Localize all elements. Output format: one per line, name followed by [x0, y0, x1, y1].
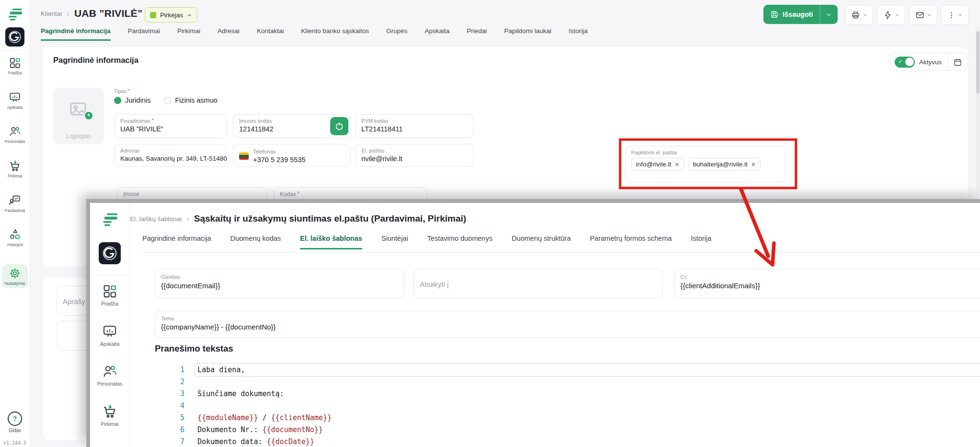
tab-pirkimai[interactable]: Pirkimai: [177, 27, 200, 41]
editor-line: 7 Dokumento data: {{docDate}}: [155, 435, 332, 447]
message-editor[interactable]: 1 Laba diena, 2 3 Siunčiame dokumentą: 4…: [155, 364, 332, 447]
sidebar-item-label: Pirkimai: [90, 421, 129, 427]
additional-emails-field[interactable]: Papildomi el. paštai info@rivile.lt ✕ bu…: [625, 146, 786, 182]
actions-button[interactable]: [877, 5, 905, 25]
code-field-label: Kodas: [280, 191, 421, 198]
tab-pardavimai[interactable]: Pardavimai: [128, 27, 161, 41]
tab-duomenu-kodas[interactable]: Duomenų kodas: [230, 235, 281, 249]
sidebar-item-apskaita[interactable]: Apskaita: [0, 91, 30, 110]
chart-board-icon: [0, 91, 30, 104]
radio-juridinis-label[interactable]: Juridinis: [125, 96, 150, 104]
sidebar-item-label: Pirkimai: [0, 174, 30, 178]
sidebar-item-label: Pradžia: [90, 301, 129, 306]
code-text: Dokumento data:: [197, 437, 267, 446]
sidebar-item-atsargos[interactable]: Atsargos: [0, 228, 30, 247]
tab-papildomi-laukai[interactable]: Papildomi laukai: [504, 27, 551, 41]
lightning-icon: [883, 11, 892, 20]
sidebar-item-pradzia[interactable]: Pradžia: [90, 283, 129, 306]
more-menu-button[interactable]: [941, 5, 969, 25]
phone-field[interactable]: Telefonas +370 5 239 5535: [233, 144, 350, 167]
template-variable: {{docDate}}: [267, 437, 314, 446]
print-button[interactable]: [845, 5, 873, 25]
email-field[interactable]: El. paštas rivile@rivile.lt: [355, 144, 473, 167]
chip-remove-icon[interactable]: ✕: [675, 161, 680, 168]
cc-field[interactable]: Cc {{clientAdditionalEmails}}: [674, 269, 980, 298]
add-logo-plus-icon[interactable]: +: [84, 111, 93, 120]
email-button[interactable]: [909, 5, 937, 25]
sidebar-item-label: Pardavimai: [0, 208, 30, 213]
g-app-logo[interactable]: [99, 242, 121, 264]
sidebar-item-pirkimai[interactable]: Pirkimai: [90, 404, 129, 427]
tab-kontaktai[interactable]: Kontaktai: [257, 27, 284, 41]
save-dropdown-chevron-icon[interactable]: [820, 5, 838, 24]
registry-lookup-button[interactable]: [330, 117, 348, 135]
recipient-label: Gavėjas: [161, 274, 398, 280]
sidebar-item-pirkimai[interactable]: Pirkimai: [0, 160, 30, 178]
subject-field[interactable]: Tema {{companyName}} - {{documentNo}}: [155, 311, 980, 338]
type-label: Tipas: [114, 88, 130, 94]
g-app-logo[interactable]: [5, 27, 24, 47]
kebab-dots-icon: [947, 11, 956, 19]
tab-priedai[interactable]: Priedai: [467, 27, 487, 41]
tab-siuntejai[interactable]: Siuntėjai: [381, 235, 408, 249]
tab-testavimo-duomenys[interactable]: Testavimo duomenys: [427, 235, 492, 249]
active-toggle[interactable]: ✓: [895, 57, 915, 68]
name-field[interactable]: Pavadinimas UAB ”RIVILĖ”: [114, 114, 227, 138]
page-title: UAB ”RIVILĖ”: [74, 8, 142, 19]
sidebar-item-nustatymai[interactable]: Nustatymai: [2, 264, 28, 288]
sidebar-item-label: Nustatymai: [2, 281, 28, 286]
tab-parametru-formos-schema[interactable]: Parametrų formos schema: [590, 235, 672, 249]
validity-date-button[interactable]: [947, 53, 967, 71]
sidebar-divider: [90, 275, 129, 275]
tab-istorija[interactable]: Istorija: [691, 235, 712, 249]
code-text: Dokumento Nr.:: [197, 425, 262, 434]
sidebar-item-personalas[interactable]: Personalas: [0, 125, 30, 144]
radio-fizinis-asmuo-label[interactable]: Fizinis asmuo: [175, 96, 218, 104]
tab-grupes[interactable]: Grupės: [386, 27, 407, 41]
sidebar-item-apskaita[interactable]: Apskaita: [90, 324, 129, 347]
vat-code-field[interactable]: PVM kodas LT214118411: [355, 114, 473, 138]
sidebar-item-pradzia[interactable]: Pradžia: [0, 57, 30, 75]
save-button[interactable]: Išsaugoti: [763, 5, 838, 24]
line-number: 2: [155, 377, 184, 386]
line-number: 1: [155, 365, 184, 374]
code-text: Siunčiame dokumentą:: [197, 389, 284, 398]
email-chip[interactable]: buhalterija@rivile.lt ✕: [688, 158, 761, 171]
logo-placeholder-label: Logotipas: [53, 133, 104, 140]
radio-fizinis-asmuo[interactable]: [164, 97, 171, 104]
tab-pagrindine-informacija[interactable]: Pagrindinė informacija: [142, 235, 211, 249]
tab-duomenu-struktura[interactable]: Duomenų struktūra: [512, 235, 571, 249]
breadcrumb: Klientai › UAB ”RIVILĖ”: [41, 8, 142, 19]
tab-istorija[interactable]: Istorija: [568, 27, 588, 41]
tab-adresai[interactable]: Adresai: [218, 27, 240, 41]
sidebar-item-pardavimai[interactable]: Pardavimai: [0, 194, 30, 213]
breadcrumb-root[interactable]: El. laiškų šablonai: [130, 215, 182, 223]
tab-el-laisko-sablonas[interactable]: El. laiško šablonas: [300, 235, 362, 249]
radio-juridinis[interactable]: [114, 97, 121, 104]
email-chip[interactable]: info@rivile.lt ✕: [631, 158, 684, 171]
phone-value: +370 5 239 5535: [253, 156, 305, 164]
address-label: Adresas: [120, 148, 221, 153]
tab-apskaita[interactable]: Apskaita: [425, 27, 450, 41]
scrollbar[interactable]: [976, 27, 980, 199]
template-variable: {{clientName}}: [271, 413, 332, 422]
rivile-logo-icon[interactable]: [7, 8, 24, 22]
sidebar-item-gidas[interactable]: ? Gidas: [0, 412, 30, 433]
breadcrumb-root[interactable]: Klientai: [41, 10, 62, 17]
tab-kliento-banko-saskaitos[interactable]: Kliento banko sąskaitos: [301, 27, 369, 41]
tab-pagrindine-informacija[interactable]: Pagrindinė informacija: [41, 27, 111, 41]
line-number: 4: [155, 401, 184, 410]
chip-remove-icon[interactable]: ✕: [751, 161, 756, 168]
lithuania-flag-icon[interactable]: [239, 153, 249, 160]
logo-upload[interactable]: + Logotipas: [53, 88, 104, 144]
template-variable: {{documentNo}}: [262, 425, 323, 434]
rivile-logo-icon[interactable]: [101, 212, 119, 228]
sidebar-item-label: Apskaita: [0, 105, 30, 110]
tabs-divider: [138, 252, 980, 253]
address-field[interactable]: Adresas Kaunas, Savanorių pr. 349, LT-51…: [114, 144, 227, 167]
recipient-field[interactable]: Gavėjas {{documentEmail}}: [155, 269, 404, 298]
client-type-badge[interactable]: Pirkėjas: [145, 7, 197, 23]
sidebar-item-personalas[interactable]: Personalas: [90, 364, 129, 387]
vat-code-label: PVM kodas: [361, 118, 467, 124]
reply-to-field[interactable]: Atsakyti į: [414, 269, 663, 298]
